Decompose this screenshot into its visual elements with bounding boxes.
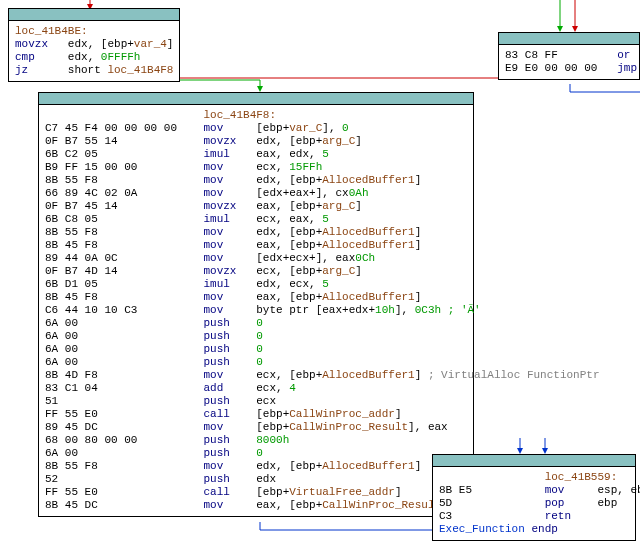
disassembler-graph-canvas[interactable]: loc_41B4BE: movzx edx, [ebp+var_4] cmp e… bbox=[0, 0, 640, 546]
mn: cmp bbox=[15, 51, 35, 63]
bb-header[interactable] bbox=[499, 33, 639, 45]
bb-body: 83 C8 FF or E9 E0 00 00 00 jmp bbox=[499, 45, 639, 79]
bb-label: loc_41B559: bbox=[545, 471, 618, 483]
bb-body: loc_41B4BE: movzx edx, [ebp+var_4] cmp e… bbox=[9, 21, 179, 81]
bb-loc-41B4F8[interactable]: loc_41B4F8: C7 45 F4 00 00 00 00 mov [eb… bbox=[38, 92, 474, 517]
bb-loc-41B4BE[interactable]: loc_41B4BE: movzx edx, [ebp+var_4] cmp e… bbox=[8, 8, 180, 82]
bb-header[interactable] bbox=[9, 9, 179, 21]
mn: movzx bbox=[15, 38, 48, 50]
bb-body: loc_41B559: 8B E5 mov esp, ebp 5D pop eb… bbox=[433, 467, 635, 540]
bb-label: loc_41B4BE: bbox=[15, 25, 88, 37]
bb-body: loc_41B4F8: C7 45 F4 00 00 00 00 mov [eb… bbox=[39, 105, 473, 516]
bb-header[interactable] bbox=[39, 93, 473, 105]
bb-or-jmp[interactable]: 83 C8 FF or E9 E0 00 00 00 jmp bbox=[498, 32, 640, 80]
mn: jz bbox=[15, 64, 28, 76]
bb-loc-41B559[interactable]: loc_41B559: 8B E5 mov esp, ebp 5D pop eb… bbox=[432, 454, 636, 541]
bb-header[interactable] bbox=[433, 455, 635, 467]
